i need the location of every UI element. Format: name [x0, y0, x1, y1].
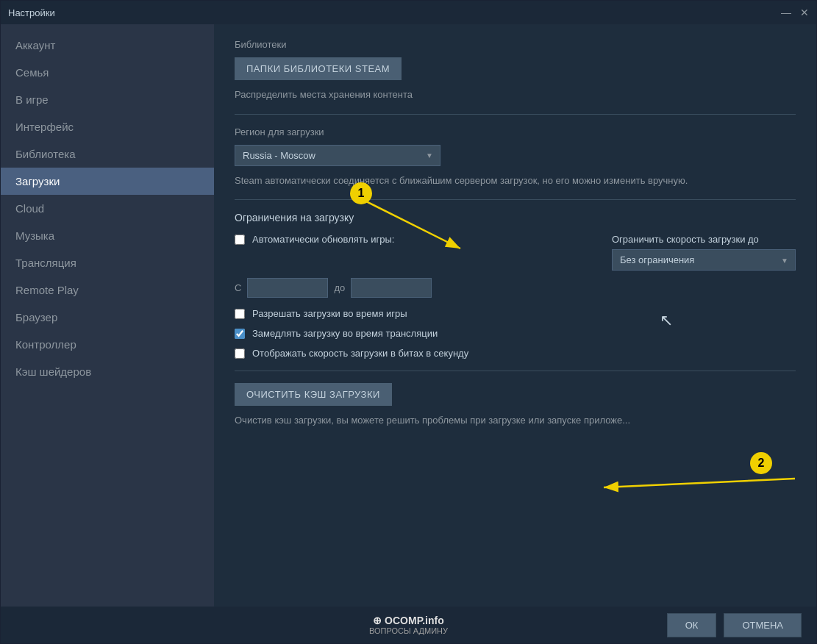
libraries-button[interactable]: ПАПКИ БИБЛИОТЕКИ STEAM: [235, 57, 402, 80]
titlebar: Настройки — ✕: [1, 1, 816, 24]
clear-cache-desc: Очистив кэш загрузки, вы можете решить п…: [235, 413, 796, 428]
sidebar-item-ingame[interactable]: В игре: [1, 86, 214, 113]
allow-during-game-checkbox[interactable]: [235, 309, 245, 319]
sidebar-item-downloads[interactable]: Загрузки: [1, 168, 214, 195]
settings-window: Настройки — ✕ Аккаунт Семья В игре Интер…: [0, 0, 817, 644]
watermark-sub: ВОПРОСЫ АДМИНУ: [369, 626, 448, 635]
svg-line-2: [604, 479, 795, 487]
main-content: Библиотеки ПАПКИ БИБЛИОТЕКИ STEAM Распре…: [214, 24, 816, 607]
divider-1: [235, 114, 796, 115]
cancel-button[interactable]: ОТМЕНА: [724, 613, 802, 637]
region-description: Steam автоматически соединяется с ближай…: [235, 173, 796, 188]
sidebar-item-broadcast[interactable]: Трансляция: [1, 249, 214, 276]
sidebar: Аккаунт Семья В игре Интерфейс Библиотек…: [1, 24, 214, 607]
sidebar-item-controller[interactable]: Контроллер: [1, 331, 214, 358]
sidebar-item-shadercache[interactable]: Кэш шейдеров: [1, 358, 214, 385]
watermark-logo: ⊕ OCOMP.info: [373, 615, 444, 626]
ok-button[interactable]: ОК: [667, 613, 717, 637]
auto-update-row: Автоматически обновлять игры:: [235, 234, 394, 245]
slow-broadcast-row: Замедлять загрузку во время трансляции: [235, 328, 796, 339]
region-dropdown-row: Russia - Moscow: [235, 145, 796, 166]
distribute-label: Распределить места хранения контента: [235, 87, 796, 102]
speed-select[interactable]: Без ограничения 256 Кб/с 512 Кб/с 1 Мб/с…: [612, 249, 796, 271]
sidebar-item-remoteplay[interactable]: Remote Play: [1, 276, 214, 304]
allow-during-game-label: Разрешать загрузки во время игры: [252, 308, 407, 319]
show-bits-row: Отображать скорость загрузки в битах в с…: [235, 348, 796, 359]
annotation-2-circle: 2: [750, 452, 772, 474]
close-button[interactable]: ✕: [800, 7, 809, 18]
bottom-bar: ⊕ OCOMP.info ВОПРОСЫ АДМИНУ ОК ОТМЕНА: [1, 607, 816, 643]
auto-update-speed-row: Автоматически обновлять игры: Ограничить…: [235, 234, 796, 271]
sidebar-item-interface[interactable]: Интерфейс: [1, 113, 214, 140]
from-label: С: [235, 282, 241, 293]
to-label: до: [334, 282, 345, 293]
sidebar-item-library[interactable]: Библиотека: [1, 140, 214, 168]
download-region-label: Регион для загрузки: [235, 126, 796, 137]
divider-2: [235, 199, 796, 200]
speed-limit-section: Ограничить скорость загрузки до Без огра…: [612, 234, 796, 271]
annotation-1-circle: 1: [350, 182, 372, 204]
divider-3: [235, 371, 796, 371]
libraries-label: Библиотеки: [235, 39, 796, 50]
sidebar-item-music[interactable]: Музыка: [1, 222, 214, 249]
clear-cache-button[interactable]: ОЧИСТИТЬ КЭШ ЗАГРУЗКИ: [235, 383, 392, 406]
region-select[interactable]: Russia - Moscow: [235, 145, 440, 166]
speed-select-wrapper: Без ограничения 256 Кб/с 512 Кб/с 1 Мб/с…: [612, 249, 796, 271]
content-area: Аккаунт Семья В игре Интерфейс Библиотек…: [1, 24, 816, 607]
from-time-input[interactable]: [247, 278, 328, 298]
sidebar-item-cloud[interactable]: Cloud: [1, 195, 214, 222]
cursor: ↖: [660, 311, 673, 330]
auto-update-label: Автоматически обновлять игры:: [252, 234, 394, 245]
window-title: Настройки: [8, 7, 55, 18]
speed-limit-label: Ограничить скорость загрузки до: [612, 234, 759, 245]
sidebar-item-browser[interactable]: Браузер: [1, 304, 214, 331]
slow-during-broadcast-checkbox[interactable]: [235, 329, 245, 339]
region-select-wrapper: Russia - Moscow: [235, 145, 440, 166]
slow-during-broadcast-label: Замедлять загрузку во время трансляции: [252, 328, 438, 339]
watermark: ⊕ OCOMP.info ВОПРОСЫ АДМИНУ: [369, 615, 448, 635]
sidebar-item-family[interactable]: Семья: [1, 59, 214, 86]
time-range-row: С до: [235, 278, 796, 298]
allow-during-game-row: Разрешать загрузки во время игры: [235, 308, 796, 319]
auto-update-checkbox[interactable]: [235, 235, 245, 245]
limits-label: Ограничения на загрузку: [235, 212, 796, 223]
sidebar-item-account[interactable]: Аккаунт: [1, 32, 214, 59]
show-bits-checkbox[interactable]: [235, 348, 245, 359]
show-bits-label: Отображать скорость загрузки в битах в с…: [252, 348, 468, 359]
minimize-button[interactable]: —: [781, 7, 791, 18]
to-time-input[interactable]: [351, 278, 432, 298]
titlebar-controls: — ✕: [781, 7, 809, 18]
